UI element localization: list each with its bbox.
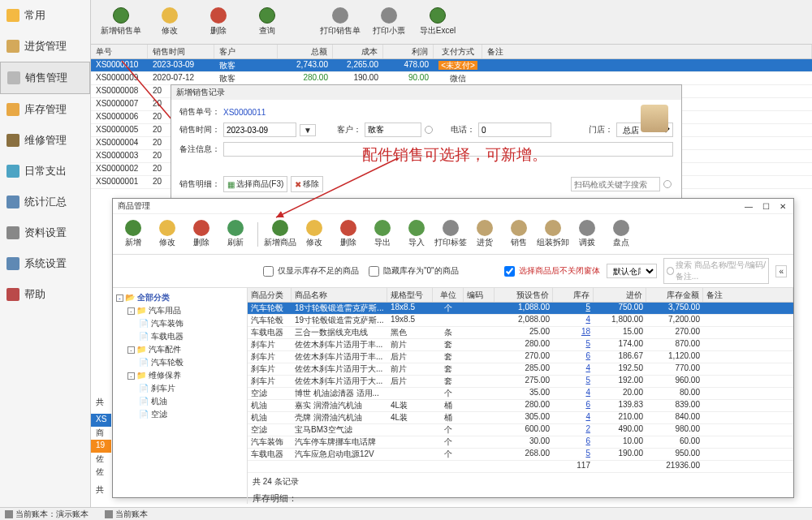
sales-dialog: 新增销售记录 销售单号： XS0000011 销售时间： ▼ 客户： 电话： 门…: [171, 84, 682, 204]
sales-row[interactable]: XS00000102023-03-09散客2,743.002,265.00478…: [91, 59, 812, 72]
product-row[interactable]: 机油嘉实 润滑油汽机油4L装桶280.006139.83839.00: [248, 400, 793, 412]
import-button[interactable]: 导入: [400, 217, 434, 251]
sales-row[interactable]: XS00000092020-07-12散客280.00190.0090.00微信: [91, 72, 812, 85]
transfer-button[interactable]: 调拨: [570, 217, 604, 251]
grid-header: 单号 销售时间 客户 总额 成本 利润 支付方式 备注: [91, 45, 812, 59]
excel-button[interactable]: 导出Excel: [417, 2, 458, 41]
check-button[interactable]: 盘点: [604, 217, 638, 251]
bulb-icon: [6, 9, 19, 22]
new-product-button[interactable]: 新增商品: [263, 217, 297, 251]
purchase-button[interactable]: 进货: [468, 217, 502, 251]
phone-input[interactable]: [478, 122, 551, 137]
sales-no-value: XS0000011: [223, 108, 266, 117]
product-row[interactable]: 车载电器汽车应急启动电源12V个268.005190.00950.00: [248, 449, 793, 461]
tree-leaf[interactable]: 📄 车载电器: [116, 330, 244, 343]
maximize-button[interactable]: ☐: [760, 202, 772, 211]
tree-leaf[interactable]: 📄 机油: [116, 395, 244, 408]
doc-icon: [6, 226, 19, 239]
category-tree: -📂 全部分类 -📁 汽车用品 📄 汽车装饰 📄 车载电器 -📁 汽车配件 📄 …: [113, 288, 248, 504]
del-product-button[interactable]: 删除: [331, 217, 365, 251]
search-icon[interactable]: [425, 126, 433, 134]
plus-icon: [113, 7, 129, 24]
show-low-checkbox[interactable]: 仅显示库存不足的商品: [260, 264, 359, 279]
import-icon: [408, 220, 425, 236]
sidebar-item-repair[interactable]: 维修管理: [0, 125, 90, 156]
close-button[interactable]: ✕: [777, 202, 788, 211]
tree-leaf[interactable]: 📄 汽车装饰: [116, 317, 244, 330]
cat-edit-button[interactable]: 修改: [150, 217, 184, 251]
sidebar-item-system[interactable]: 系统设置: [0, 248, 90, 279]
plus-icon: [125, 220, 141, 236]
stock-detail-label: 库存明细：: [253, 492, 297, 504]
x-icon: [340, 220, 356, 236]
tree-node[interactable]: -📁 汽车用品: [116, 304, 244, 317]
product-row[interactable]: 刹车片佐佐木刹车片适用于大...前片套285.004192.50770.00: [248, 363, 793, 376]
edit-button[interactable]: 修改: [149, 2, 190, 41]
product-row[interactable]: 机油壳牌 润滑油汽机油4L装桶305.004210.00840.00: [248, 412, 793, 424]
product-row[interactable]: 空滤博世 机油滤清器 适用...个35.00420.0080.00: [248, 388, 793, 400]
hide-zero-checkbox[interactable]: 隐藏库存为"0"的商品: [365, 264, 459, 279]
sale-button[interactable]: 销售: [502, 217, 536, 251]
cat-new-button[interactable]: 新增: [116, 217, 150, 251]
remove-button[interactable]: ✖移除: [291, 176, 323, 192]
status-bar: 当前账本：演示账本 当前账本: [0, 507, 812, 520]
delete-button[interactable]: 删除: [198, 2, 239, 41]
edit-product-button[interactable]: 修改: [297, 217, 331, 251]
sidebar-item-daily[interactable]: 日常支出: [0, 156, 90, 187]
sidebar-item-purchase[interactable]: 进货管理: [0, 31, 90, 62]
ticket-button[interactable]: 打印小票: [369, 2, 409, 41]
bundle-button[interactable]: 组装拆卸: [536, 217, 570, 251]
new-sales-button[interactable]: 新增销售单: [101, 2, 141, 41]
tree-root[interactable]: -📂 全部分类: [116, 291, 244, 304]
receipt-icon: [381, 7, 397, 24]
export-button[interactable]: 导出: [365, 217, 400, 251]
customer-input[interactable]: [365, 122, 421, 137]
product-row[interactable]: 刹车片佐佐木刹车片适用于大...后片套275.005192.00960.00: [248, 376, 793, 388]
sidebar-item-common[interactable]: 常用: [0, 0, 90, 31]
search-icon: [667, 267, 673, 275]
product-toolbar: 新增 修改 删除 刷新 新增商品 修改 删除 导出 导入 打印标签 进货 销售 …: [113, 214, 793, 255]
sales-time-input[interactable]: [223, 122, 296, 137]
product-row[interactable]: 车载电器三合一数据线充电线黑色条25.001815.00270.00: [248, 327, 793, 339]
product-row[interactable]: 空滤宝马BM3空气滤个600.002490.00980.00: [248, 424, 793, 436]
record-count: 共 24 条记录: [248, 473, 793, 491]
tree-leaf[interactable]: 📄 刹车片: [116, 382, 244, 395]
expand-button[interactable]: «: [775, 265, 787, 277]
query-button[interactable]: 查询: [247, 2, 287, 41]
cart-icon: [7, 71, 20, 84]
refresh-button[interactable]: 刷新: [218, 217, 253, 251]
product-row[interactable]: 刹车片佐佐木刹车片适用于丰...后片套270.006186.671,120.00: [248, 351, 793, 363]
scan-search-input[interactable]: [571, 177, 660, 191]
gear-icon: [6, 257, 19, 270]
product-row[interactable]: 汽车轮毂18寸轮毂锻造雷克萨斯...18x8.5个1,088.005750.00…: [248, 303, 793, 315]
cust-label: 客户：: [337, 124, 361, 135]
warehouse-select[interactable]: 默认仓库: [607, 264, 657, 278]
plus-icon: [272, 220, 288, 236]
barcode-icon: [443, 220, 459, 236]
tree-node[interactable]: -📁 汽车配件: [116, 343, 244, 356]
tree-node[interactable]: -📁 维修保养: [116, 369, 244, 382]
minimize-button[interactable]: —: [742, 202, 755, 211]
sidebar-item-stats[interactable]: 统计汇总: [0, 187, 90, 217]
sidebar-item-data[interactable]: 资料设置: [0, 217, 90, 248]
search-icon[interactable]: [663, 180, 672, 188]
tree-leaf[interactable]: 📄 汽车轮毂: [116, 356, 244, 369]
product-row[interactable]: 刹车片佐佐木刹车片适用于丰...前片套280.005174.00870.00: [248, 339, 793, 351]
sidebar-item-sales[interactable]: 销售管理: [0, 62, 90, 94]
product-search-input[interactable]: 搜索 商品名称/型号/编码/备注...: [663, 258, 769, 284]
printer-icon: [332, 7, 348, 24]
note-input[interactable]: [223, 142, 673, 157]
print-label-button[interactable]: 打印标签: [434, 217, 468, 251]
product-row[interactable]: 汽车轮毂19寸轮毂锻造雷克萨斯...19x8.52,088.0041,800.0…: [248, 315, 793, 327]
cat-del-button[interactable]: 删除: [184, 217, 218, 251]
detail-label: 销售明细：: [179, 178, 220, 190]
sidebar-item-help[interactable]: 帮助: [0, 279, 90, 310]
select-product-button[interactable]: ▦选择商品(F3): [223, 176, 287, 192]
keep-open-checkbox[interactable]: 选择商品后不关闭窗体: [501, 264, 600, 279]
tree-leaf[interactable]: 📄 空滤: [116, 408, 244, 421]
product-row[interactable]: 汽车装饰汽车停车牌挪车电话牌个30.00610.0060.00: [248, 436, 793, 449]
print-button[interactable]: 打印销售单: [320, 2, 361, 41]
x-icon: [193, 220, 209, 236]
sidebar-item-inventory[interactable]: 库存管理: [0, 94, 90, 125]
calendar-icon: [6, 165, 19, 178]
